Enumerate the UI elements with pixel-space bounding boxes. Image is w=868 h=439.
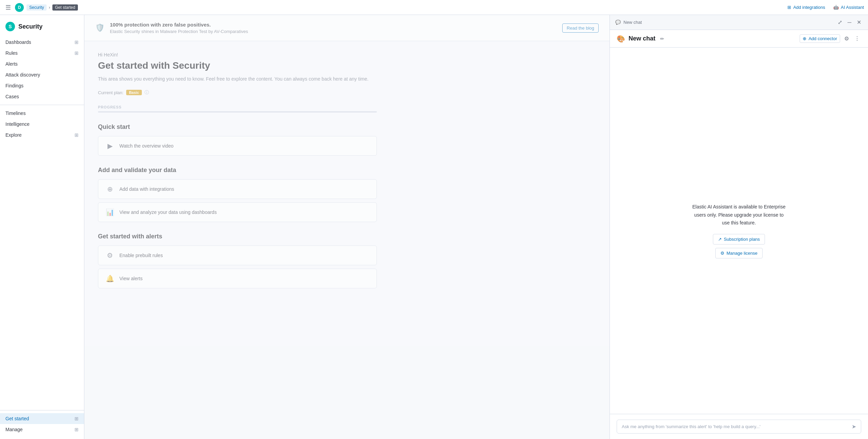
sidebar-item-label: Explore	[5, 132, 21, 138]
expand-icon[interactable]: ⤢	[836, 18, 844, 27]
card-enable-rules[interactable]: ⚙ Enable prebuilt rules	[98, 246, 377, 265]
banner: 🛡️ 100% protection with zero false posit…	[84, 15, 610, 41]
ai-panel-footer: ➤	[610, 414, 868, 439]
ai-panel: 💬 New chat ⤢ ─ ✕ 🎨 New chat ✏ ⊕ Add conn…	[610, 15, 868, 439]
ai-more-icon[interactable]: ⋮	[853, 34, 861, 43]
subscription-plans-label: Subscription plans	[724, 237, 760, 242]
sidebar-item-label: Dashboards	[5, 39, 31, 45]
add-connector-label: Add connector	[808, 36, 837, 41]
sidebar-item-alerts[interactable]: Alerts	[0, 58, 84, 69]
integration-icon: ⊕	[105, 185, 115, 193]
ai-chat-input[interactable]	[622, 424, 849, 429]
sidebar: S Security Dashboards ⊞ Rules ⊞ Alerts A…	[0, 15, 84, 439]
grid-icon: ⊞	[74, 39, 79, 45]
section-title-alerts: Get started with alerts	[98, 233, 377, 240]
chat-bubble-icon: 💬	[615, 20, 621, 25]
sidebar-item-get-started[interactable]: Get started ⊞	[0, 413, 84, 424]
ai-settings-icon[interactable]: ⚙	[843, 34, 850, 43]
main-layout: S Security Dashboards ⊞ Rules ⊞ Alerts A…	[0, 15, 868, 439]
ai-topbar-left: 💬 New chat	[615, 20, 642, 25]
settings-icon: ⚙	[720, 251, 724, 256]
ai-topbar-title: New chat	[623, 20, 642, 25]
breadcrumb: Security › Get started	[27, 4, 78, 11]
ai-topbar-right: ⤢ ─ ✕	[836, 18, 863, 27]
avatar: D	[15, 3, 24, 12]
close-icon[interactable]: ✕	[855, 18, 863, 27]
card-label: Add data with integrations	[119, 186, 174, 192]
send-icon[interactable]: ➤	[852, 423, 856, 430]
plan-info: Current plan: Basic ⓘ	[98, 89, 377, 96]
play-icon: ▶	[105, 142, 115, 150]
manage-license-button[interactable]: ⚙ Manage license	[715, 248, 763, 258]
page-title: Get started with Security	[98, 60, 377, 71]
rules-icon: ⚙	[105, 251, 115, 259]
banner-text: 100% protection with zero false positive…	[110, 22, 557, 34]
ai-panel-topbar: 💬 New chat ⤢ ─ ✕	[610, 15, 868, 30]
section-title-quick-start: Quick start	[98, 123, 377, 131]
plan-label: Current plan:	[98, 90, 123, 95]
breadcrumb-security[interactable]: Security	[27, 4, 47, 11]
greeting-text: Hi HeXin!	[98, 52, 377, 57]
grid-icon: ⊞	[74, 427, 79, 432]
sidebar-item-label: Manage	[5, 427, 23, 432]
section-add-data: Add and validate your data ⊕ Add data wi…	[98, 167, 377, 222]
sidebar-item-rules[interactable]: Rules ⊞	[0, 48, 84, 58]
banner-title: 100% protection with zero false positive…	[110, 22, 557, 28]
sidebar-item-attack-discovery[interactable]: Attack discovery	[0, 69, 84, 80]
grid-icon: ⊞	[74, 416, 79, 421]
section-quick-start: Quick start ▶ Watch the overview video	[98, 123, 377, 156]
progress-bar	[98, 111, 377, 113]
sidebar-item-timelines[interactable]: Timelines	[0, 108, 84, 119]
connector-icon: ⊕	[803, 36, 806, 41]
add-integrations-button[interactable]: ⊞ Add integrations	[785, 3, 828, 11]
banner-subtitle: Elastic Security shines in Malware Prote…	[110, 29, 557, 34]
card-label: View alerts	[119, 276, 143, 281]
sidebar-item-label: Findings	[5, 83, 23, 88]
subscription-plans-button[interactable]: ↗ Subscription plans	[713, 234, 765, 244]
sidebar-item-findings[interactable]: Findings	[0, 80, 84, 91]
sidebar-item-label: Alerts	[5, 61, 18, 67]
hamburger-menu[interactable]: ☰	[4, 2, 12, 13]
sidebar-item-explore[interactable]: Explore ⊞	[0, 130, 84, 140]
page-description: This area shows you everything you need …	[98, 75, 377, 83]
sidebar-divider-bottom	[0, 410, 84, 410]
sidebar-item-dashboards[interactable]: Dashboards ⊞	[0, 37, 84, 48]
sidebar-logo-text: Security	[18, 23, 43, 30]
edit-icon[interactable]: ✏	[660, 36, 664, 41]
sidebar-item-intelligence[interactable]: Intelligence	[0, 119, 84, 130]
integrations-icon: ⊞	[787, 5, 791, 10]
plan-badge: Basic	[126, 90, 141, 95]
banner-icon: 🛡️	[95, 23, 104, 32]
ai-icon: 🤖	[833, 5, 839, 10]
read-blog-link[interactable]: Read the blog	[562, 23, 599, 33]
minimize-icon[interactable]: ─	[846, 18, 853, 27]
ai-panel-title: New chat	[629, 35, 655, 42]
ai-header-left: 🎨 New chat ✏	[617, 35, 664, 43]
sidebar-bottom: Get started ⊞ Manage ⊞	[0, 407, 84, 435]
ai-header-right: ⊕ Add connector ⚙ ⋮	[800, 34, 861, 43]
card-label: Watch the overview video	[119, 143, 173, 149]
grid-icon: ⊞	[74, 50, 79, 56]
external-link-icon: ↗	[718, 237, 722, 242]
sidebar-item-label: Cases	[5, 94, 19, 99]
card-view-dashboards[interactable]: 📊 View and analyze your data using dashb…	[98, 202, 377, 222]
sidebar-logo-icon: S	[5, 22, 15, 31]
card-view-alerts[interactable]: 🔔 View alerts	[98, 269, 377, 288]
ai-logo-icon: 🎨	[617, 35, 625, 43]
breadcrumb-separator: ›	[49, 5, 50, 10]
breadcrumb-getstarted[interactable]: Get started	[52, 4, 78, 11]
card-add-integrations[interactable]: ⊕ Add data with integrations	[98, 179, 377, 199]
plan-info-icon[interactable]: ⓘ	[145, 89, 149, 96]
sidebar-item-label: Intelligence	[5, 121, 30, 127]
ai-upgrade-buttons: ↗ Subscription plans ⚙ Manage license	[691, 234, 787, 258]
add-connector-button[interactable]: ⊕ Add connector	[800, 34, 840, 43]
sidebar-item-manage[interactable]: Manage ⊞	[0, 424, 84, 435]
ai-assistant-button[interactable]: 🤖 AI Assistant	[833, 5, 864, 10]
section-alerts: Get started with alerts ⚙ Enable prebuil…	[98, 233, 377, 288]
ai-panel-body: Elastic AI Assistant is available to Ent…	[610, 48, 868, 414]
content-area: 🛡️ 100% protection with zero false posit…	[84, 15, 610, 439]
sidebar-item-cases[interactable]: Cases	[0, 91, 84, 102]
card-watch-video[interactable]: ▶ Watch the overview video	[98, 136, 377, 156]
sidebar-item-label: Get started	[5, 416, 29, 421]
card-label: Enable prebuilt rules	[119, 253, 163, 258]
